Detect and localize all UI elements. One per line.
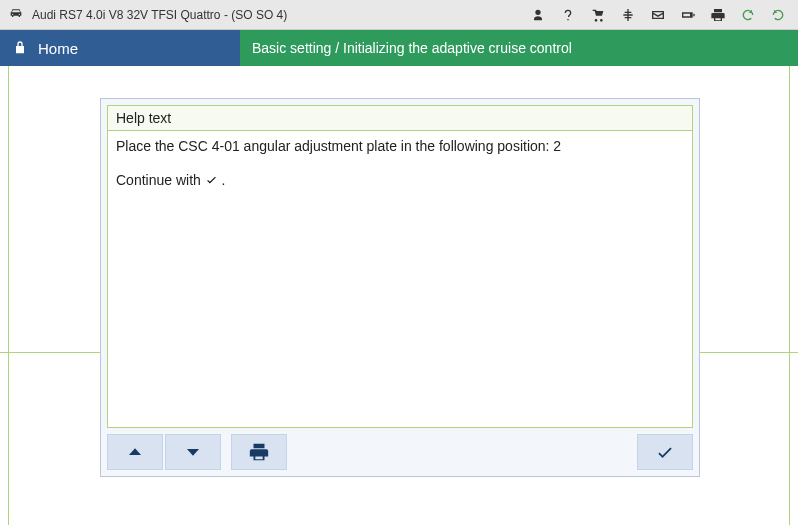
nav-row: Home Basic setting / Initializing the ad… <box>0 30 798 66</box>
title-bar: Audi RS7 4.0i V8 32V TFSI Quattro - (SO … <box>0 0 798 30</box>
print-icon[interactable] <box>706 3 730 27</box>
car-icon <box>8 5 24 25</box>
cart-icon[interactable] <box>586 3 610 27</box>
grid-line <box>8 66 9 525</box>
help-icon[interactable] <box>556 3 580 27</box>
help-box: Help text Place the CSC 4-01 angular adj… <box>107 105 693 428</box>
help-continue: Continue with . <box>116 171 684 191</box>
breadcrumb-text: Basic setting / Initializing the adaptiv… <box>252 40 572 56</box>
help-line-1: Place the CSC 4-01 angular adjustment pl… <box>116 137 684 157</box>
home-label: Home <box>38 40 78 57</box>
refresh-left-icon[interactable] <box>736 3 760 27</box>
grid-line <box>789 66 790 525</box>
battery-icon[interactable] <box>676 3 700 27</box>
person-icon[interactable] <box>526 3 550 27</box>
print-button[interactable] <box>231 434 287 470</box>
mail-icon[interactable] <box>646 3 670 27</box>
help-header: Help text <box>108 106 692 131</box>
breadcrumb: Basic setting / Initializing the adaptiv… <box>240 30 798 66</box>
tree-icon[interactable] <box>616 3 640 27</box>
home-button[interactable]: Home <box>0 30 240 66</box>
toolbar <box>526 3 790 27</box>
lock-icon <box>12 40 28 56</box>
refresh-right-icon[interactable] <box>766 3 790 27</box>
action-bar <box>101 434 699 476</box>
confirm-button[interactable] <box>637 434 693 470</box>
continue-suffix: . <box>218 172 226 188</box>
help-body: Place the CSC 4-01 angular adjustment pl… <box>108 131 692 427</box>
down-button[interactable] <box>165 434 221 470</box>
up-button[interactable] <box>107 434 163 470</box>
help-panel: Help text Place the CSC 4-01 angular adj… <box>100 98 700 477</box>
main-area: Help text Place the CSC 4-01 angular adj… <box>0 66 798 525</box>
vehicle-title: Audi RS7 4.0i V8 32V TFSI Quattro - (SO … <box>32 8 526 22</box>
checkmark-icon <box>205 172 218 188</box>
continue-prefix: Continue with <box>116 172 205 188</box>
